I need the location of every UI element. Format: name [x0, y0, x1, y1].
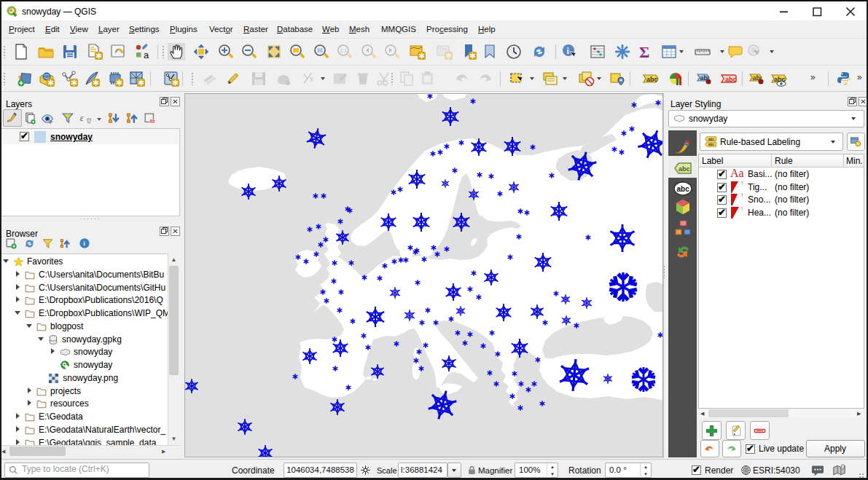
svg-text:a: a: [144, 50, 149, 60]
svg-text:abc: abc: [679, 165, 690, 173]
svg-text:abc: abc: [646, 76, 658, 83]
svg-text:abc: abc: [708, 143, 714, 146]
svg-text:Σ: Σ: [639, 43, 649, 60]
svg-text:abc: abc: [725, 76, 737, 83]
svg-text:ε: ε: [80, 113, 84, 123]
svg-text:abc: abc: [677, 185, 690, 193]
svg-text:x: x: [310, 75, 313, 83]
svg-text:abc: abc: [708, 138, 714, 141]
svg-text:1:1: 1:1: [340, 48, 348, 53]
